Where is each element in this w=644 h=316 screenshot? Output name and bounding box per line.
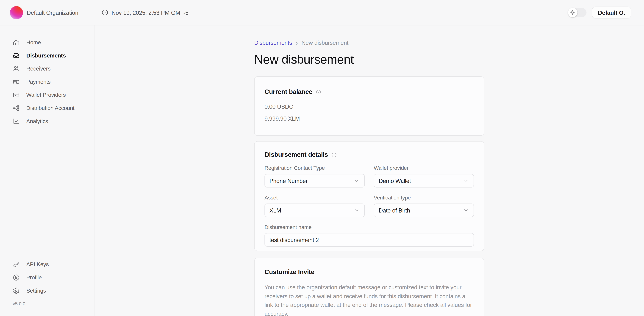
info-icon[interactable]: [332, 152, 337, 157]
chevron-down-icon: [463, 207, 469, 213]
breadcrumb-current: New disbursement: [302, 39, 348, 46]
field-asset: Asset XLM: [264, 194, 364, 217]
main-area: Disbursements › New disbursement New dis…: [94, 25, 644, 316]
sidebar: Home Disbursements Receivers Payments Wa…: [0, 25, 94, 316]
network-icon: [13, 104, 20, 111]
breadcrumb-link-disbursements[interactable]: Disbursements: [254, 39, 292, 46]
sidebar-item-label: Profile: [26, 274, 42, 280]
chevron-down-icon: [354, 207, 360, 213]
current-balance-card: Current balance 0.00 USDC 9,999.90 XLM: [254, 76, 484, 136]
select-value: XLM: [270, 207, 281, 214]
chart-line-icon: [13, 117, 20, 124]
clock-icon: [101, 9, 108, 16]
datetime-text: Nov 19, 2025, 2:53 PM GMT-5: [112, 9, 188, 16]
field-label: Verification type: [374, 194, 474, 201]
sidebar-item-home[interactable]: Home: [0, 37, 94, 47]
field-registration-contact-type: Registration Contact Type Phone Number: [264, 165, 364, 188]
field-label: Registration Contact Type: [264, 165, 364, 172]
field-label: Wallet provider: [374, 165, 474, 172]
balance-xlm: 9,999.90 XLM: [264, 115, 474, 122]
org-logo: [10, 6, 23, 19]
profile-menu-button[interactable]: Default O.: [592, 6, 631, 18]
app-root: Default Organization Nov 19, 2025, 2:53 …: [0, 0, 644, 316]
field-disbursement-name: Disbursement name: [264, 224, 474, 247]
sun-icon: [570, 9, 576, 15]
select-value: Demo Wallet: [378, 177, 411, 184]
sidebar-item-payments[interactable]: Payments: [0, 77, 94, 86]
sidebar-item-api-keys[interactable]: API Keys: [0, 259, 94, 269]
sidebar-item-analytics[interactable]: Analytics: [0, 116, 94, 126]
home-icon: [13, 39, 20, 46]
info-icon[interactable]: [316, 89, 321, 94]
invite-card-title-row: Customize Invite: [264, 268, 474, 276]
details-card-title: Disbursement details: [264, 151, 328, 159]
registration-contact-type-select[interactable]: Phone Number: [264, 174, 364, 188]
field-verification-type: Verification type Date of Birth: [374, 194, 474, 217]
user-circle-icon: [13, 274, 20, 281]
org-name: Default Organization: [27, 9, 78, 16]
details-form: Registration Contact Type Phone Number W…: [264, 165, 474, 247]
sidebar-item-wallet-providers[interactable]: Wallet Providers: [0, 90, 94, 100]
sidebar-item-label: Analytics: [26, 118, 48, 124]
sidebar-item-label: Disbursements: [26, 52, 66, 58]
details-card-title-row: Disbursement details: [264, 151, 474, 159]
customize-invite-card: Customize Invite You can use the organiz…: [254, 258, 484, 316]
wallet-provider-select[interactable]: Demo Wallet: [374, 174, 474, 188]
theme-toggle[interactable]: [568, 8, 586, 17]
sidebar-item-disbursements[interactable]: Disbursements: [0, 50, 94, 60]
sidebar-bottom-group: API Keys Profile Settings v5.0.0: [0, 259, 94, 306]
sidebar-item-label: Payments: [26, 78, 51, 85]
top-header: Default Organization Nov 19, 2025, 2:53 …: [0, 0, 644, 25]
gear-icon: [13, 287, 20, 294]
app-version: v5.0.0: [0, 301, 94, 306]
select-value: Date of Birth: [378, 207, 410, 214]
sidebar-item-label: Receivers: [26, 65, 50, 72]
current-datetime: Nov 19, 2025, 2:53 PM GMT-5: [101, 9, 188, 16]
sidebar-item-label: Distribution Account: [26, 105, 74, 111]
sidebar-item-label: API Keys: [26, 261, 49, 267]
sidebar-item-distribution-account[interactable]: Distribution Account: [0, 103, 94, 113]
breadcrumb-separator: ›: [296, 39, 298, 46]
chevron-down-icon: [463, 178, 469, 184]
invite-card-title: Customize Invite: [264, 268, 314, 276]
field-label: Asset: [264, 194, 364, 201]
balance-usdc: 0.00 USDC: [264, 103, 474, 110]
wallet-card-icon: [13, 91, 20, 98]
balance-card-title: Current balance: [264, 88, 312, 96]
invite-description: You can use the organization default mes…: [264, 283, 473, 316]
sidebar-item-label: Home: [26, 39, 41, 45]
disbursement-details-card: Disbursement details Registration Contac…: [254, 141, 484, 251]
sidebar-item-settings[interactable]: Settings: [0, 286, 94, 296]
page-title: New disbursement: [254, 52, 484, 67]
theme-toggle-thumb[interactable]: [568, 8, 577, 17]
sidebar-top-group: Home Disbursements Receivers Payments Wa…: [0, 37, 94, 129]
select-value: Phone Number: [270, 177, 308, 184]
inbox-icon: [13, 52, 20, 59]
field-wallet-provider: Wallet provider Demo Wallet: [374, 165, 474, 188]
breadcrumb: Disbursements › New disbursement: [254, 39, 484, 47]
banknote-icon: [13, 78, 20, 85]
verification-type-select[interactable]: Date of Birth: [374, 204, 474, 217]
sidebar-item-label: Settings: [26, 288, 46, 294]
sidebar-item-label: Wallet Providers: [26, 92, 66, 98]
sidebar-item-profile[interactable]: Profile: [0, 273, 94, 282]
disbursement-name-input[interactable]: [264, 233, 474, 247]
asset-select[interactable]: XLM: [264, 204, 364, 217]
key-icon: [13, 261, 20, 268]
chevron-down-icon: [354, 178, 360, 184]
content-column: Disbursements › New disbursement New dis…: [254, 39, 484, 316]
users-icon: [13, 65, 20, 72]
field-label: Disbursement name: [264, 224, 474, 231]
balance-card-title-row: Current balance: [264, 88, 474, 96]
sidebar-item-receivers[interactable]: Receivers: [0, 64, 94, 73]
